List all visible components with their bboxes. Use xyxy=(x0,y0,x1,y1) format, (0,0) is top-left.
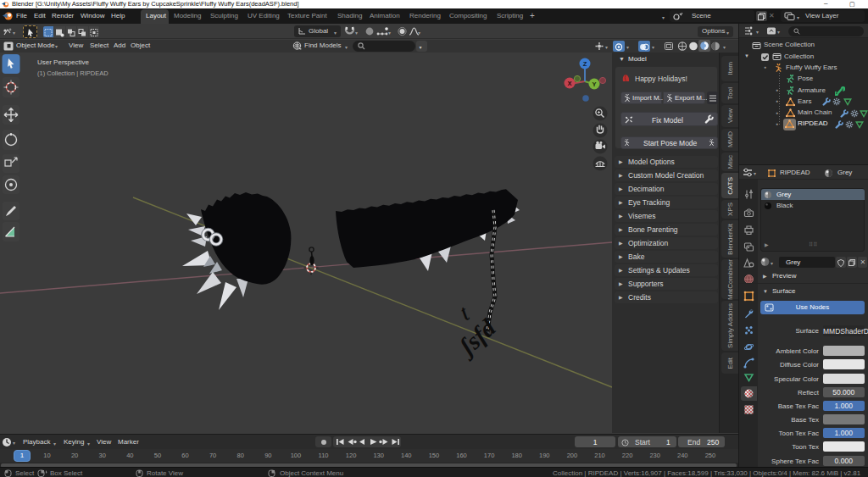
svg-text:(1) Collection | RIPDEAD: (1) Collection | RIPDEAD xyxy=(37,69,108,77)
svg-text:X: X xyxy=(567,80,571,87)
svg-text:Y: Y xyxy=(592,80,596,88)
svg-text:Z: Z xyxy=(583,60,587,68)
svg-text:User Perspective: User Perspective xyxy=(37,58,89,66)
